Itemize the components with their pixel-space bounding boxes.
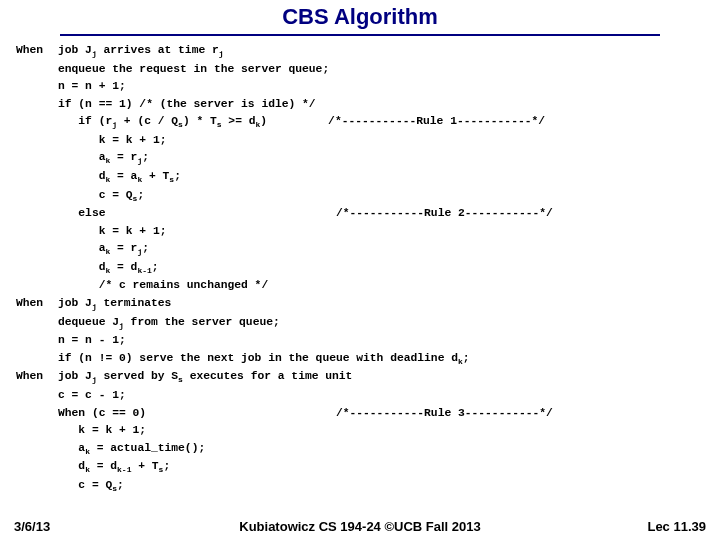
code-line: if (rj + (c / Qs) * Ts >= dk) /*--------… — [58, 113, 553, 132]
code-line: c = Qs; — [58, 477, 553, 496]
code-line: dk = ak + Ts; — [58, 168, 553, 187]
slide-footer: 3/6/13 Kubiatowicz CS 194-24 ©UCB Fall 2… — [0, 519, 720, 534]
page-title: CBS Algorithm — [0, 4, 720, 30]
footer-date: 3/6/13 — [14, 519, 50, 534]
when-label-1: When — [16, 42, 58, 61]
algorithm-content: When job Jj arrives at time rj enqueue t… — [0, 42, 720, 495]
code-line: c = c - 1; — [58, 387, 553, 405]
code-line: n = n - 1; — [58, 332, 553, 350]
code-line: k = k + 1; — [58, 132, 553, 150]
when-label-2: When — [16, 295, 58, 314]
code-line: job Jj terminates — [58, 295, 553, 314]
code-line: job Jj served by Ss executes for a time … — [58, 368, 553, 387]
code-line: c = Qs; — [58, 187, 553, 206]
code-line: k = k + 1; — [58, 223, 553, 241]
code-line: ak = rj; — [58, 240, 553, 259]
when-label-3: When — [16, 368, 58, 387]
code-line: job Jj arrives at time rj — [58, 42, 553, 61]
code-line: When (c == 0) /*-----------Rule 3-------… — [58, 405, 553, 423]
code-line: enqueue the request in the server queue; — [58, 61, 553, 79]
code-line: /* c remains unchanged */ — [58, 277, 553, 295]
code-line: ak = actual_time(); — [58, 440, 553, 459]
code-line: n = n + 1; — [58, 78, 553, 96]
code-line: ak = rj; — [58, 149, 553, 168]
footer-course: Kubiatowicz CS 194-24 ©UCB Fall 2013 — [0, 519, 720, 534]
code-line: dequeue Jj from the server queue; — [58, 314, 553, 333]
code-line: dk = dk-1; — [58, 259, 553, 278]
title-divider — [60, 34, 660, 36]
code-line: if (n != 0) serve the next job in the qu… — [58, 350, 553, 369]
code-line: if (n == 1) /* (the server is idle) */ — [58, 96, 553, 114]
algorithm-table: When job Jj arrives at time rj enqueue t… — [16, 42, 553, 495]
code-line: k = k + 1; — [58, 422, 553, 440]
footer-lecture: Lec 11.39 — [647, 519, 706, 534]
code-line: dk = dk-1 + Ts; — [58, 458, 553, 477]
code-line: else /*-----------Rule 2-----------*/ — [58, 205, 553, 223]
